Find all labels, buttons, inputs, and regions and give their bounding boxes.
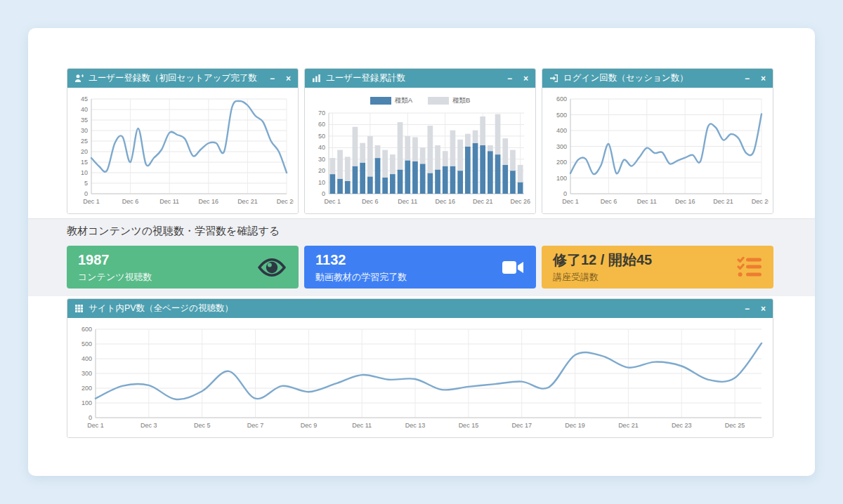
stat-value: 修了12 / 開始45	[553, 251, 762, 269]
svg-text:300: 300	[556, 143, 567, 150]
panel-title: ユーザー登録累計数	[326, 72, 496, 84]
svg-text:Dec 16: Dec 16	[675, 198, 695, 205]
svg-text:600: 600	[81, 326, 92, 333]
svg-text:400: 400	[556, 127, 567, 134]
svg-text:Dec 1: Dec 1	[562, 198, 579, 205]
logins-line-chart[interactable]: 0100200300400500600Dec 1Dec 6Dec 11Dec 1…	[548, 93, 769, 208]
svg-text:Dec 26: Dec 26	[510, 198, 530, 205]
svg-text:Dec 16: Dec 16	[435, 198, 455, 205]
svg-text:10: 10	[318, 179, 325, 186]
svg-text:30: 30	[318, 156, 325, 163]
svg-text:0: 0	[84, 190, 88, 197]
close-button[interactable]: ×	[761, 305, 766, 313]
cumulative-bar-chart[interactable]: 010203040506070Dec 1Dec 6Dec 11Dec 16Dec…	[311, 107, 531, 208]
svg-text:100: 100	[81, 399, 92, 406]
legend-label: 種類B	[452, 96, 470, 105]
user-plus-icon	[74, 74, 84, 83]
grid-icon	[74, 304, 84, 313]
dashboard-card: ユーザー登録数（初回セットアップ完了数） − × 051015202530354…	[28, 28, 815, 476]
stat-label: 動画教材の学習完了数	[315, 271, 525, 284]
svg-text:Dec 1: Dec 1	[325, 198, 341, 205]
svg-text:70: 70	[318, 110, 325, 117]
svg-text:20: 20	[81, 148, 88, 155]
close-button[interactable]: ×	[523, 74, 528, 83]
svg-text:40: 40	[318, 144, 325, 151]
bar-chart-icon	[312, 74, 321, 83]
panel-header[interactable]: サイト内PV数（全ページの視聴数） − ×	[67, 299, 773, 318]
svg-text:0: 0	[563, 190, 567, 197]
panel-site-pv: サイト内PV数（全ページの視聴数） − × 010020030040050060…	[67, 298, 773, 438]
legend-swatch-a	[370, 97, 391, 105]
panel-user-registrations: ユーザー登録数（初回セットアップ完了数） − × 051015202530354…	[67, 68, 299, 214]
svg-text:400: 400	[81, 355, 92, 362]
svg-text:15: 15	[81, 159, 88, 166]
chart-legend: 種類A 種類B	[311, 93, 530, 107]
stat-card-course-enrollment: 修了12 / 開始45 講座受講数	[542, 246, 773, 289]
svg-text:Dec 9: Dec 9	[301, 422, 318, 429]
legend-item-series-a[interactable]: 種類A	[370, 96, 412, 105]
svg-text:Dec 21: Dec 21	[237, 198, 258, 205]
registrations-line-chart[interactable]: 051015202530354045Dec 1Dec 6Dec 11Dec 16…	[73, 93, 294, 208]
sign-in-icon	[549, 74, 558, 83]
svg-text:Dec 21: Dec 21	[713, 198, 733, 205]
minimize-button[interactable]: −	[745, 305, 750, 313]
close-button[interactable]: ×	[761, 74, 766, 83]
panel-title: ユーザー登録数（初回セットアップ完了数）	[89, 72, 259, 84]
svg-text:Dec 21: Dec 21	[618, 422, 639, 429]
minimize-button[interactable]: −	[270, 74, 275, 83]
svg-text:Dec 25: Dec 25	[725, 422, 745, 429]
panel-body: 0100200300400500600Dec 1Dec 6Dec 11Dec 1…	[542, 88, 773, 213]
svg-text:Dec 5: Dec 5	[194, 422, 211, 429]
panel-body: 051015202530354045Dec 1Dec 6Dec 11Dec 16…	[67, 88, 298, 213]
svg-text:200: 200	[556, 159, 567, 166]
legend-label: 種類A	[395, 96, 412, 105]
svg-text:200: 200	[81, 385, 92, 392]
section-heading: 教材コンテンツの視聴数・学習数を確認する	[67, 225, 280, 238]
legend-swatch-b	[428, 97, 449, 105]
svg-text:0: 0	[89, 414, 92, 421]
checklist-icon	[737, 256, 762, 278]
svg-text:Dec 11: Dec 11	[637, 198, 657, 205]
svg-text:30: 30	[81, 127, 88, 134]
svg-text:Dec 7: Dec 7	[247, 422, 264, 429]
svg-text:Dec 1: Dec 1	[83, 198, 100, 205]
panel-title: サイト内PV数（全ページの視聴数）	[89, 303, 733, 314]
minimize-button[interactable]: −	[507, 74, 512, 83]
svg-text:Dec 6: Dec 6	[601, 198, 617, 205]
svg-text:25: 25	[81, 138, 88, 145]
svg-text:20: 20	[318, 167, 325, 174]
panel-login-sessions: ログイン回数（セッション数） − × 0100200300400500600De…	[542, 68, 773, 214]
close-button[interactable]: ×	[286, 74, 291, 83]
panel-header[interactable]: ユーザー登録累計数 − ×	[305, 69, 535, 88]
panel-user-registrations-cumulative: ユーザー登録累計数 − × 種類A 種類B 010203040506070Dec…	[304, 68, 536, 214]
video-camera-icon	[502, 259, 525, 276]
svg-text:35: 35	[81, 117, 88, 124]
svg-text:Dec 6: Dec 6	[362, 198, 379, 205]
panel-body: 0100200300400500600Dec 1Dec 3Dec 5Dec 7D…	[67, 318, 773, 437]
svg-text:500: 500	[556, 112, 567, 119]
legend-item-series-b[interactable]: 種類B	[428, 96, 470, 105]
svg-text:Dec 16: Dec 16	[199, 198, 219, 205]
svg-text:Dec 26: Dec 26	[277, 198, 294, 205]
panel-header[interactable]: ログイン回数（セッション数） − ×	[542, 69, 773, 88]
svg-text:600: 600	[556, 95, 567, 102]
svg-text:45: 45	[81, 95, 88, 102]
stat-cards-row: 1987 コンテンツ視聴数 1132 動画教材の学習完了数 修了12 / 開始4…	[67, 246, 773, 289]
eye-icon	[256, 257, 287, 278]
svg-text:Dec 13: Dec 13	[405, 422, 426, 429]
svg-text:Dec 11: Dec 11	[398, 198, 417, 205]
panel-header[interactable]: ユーザー登録数（初回セットアップ完了数） − ×	[67, 69, 298, 88]
svg-text:50: 50	[318, 133, 325, 140]
svg-text:500: 500	[81, 340, 92, 347]
svg-text:Dec 21: Dec 21	[473, 198, 493, 205]
stat-card-content-views: 1987 コンテンツ視聴数	[67, 246, 299, 289]
svg-text:10: 10	[81, 169, 88, 176]
minimize-button[interactable]: −	[745, 74, 750, 83]
svg-text:Dec 11: Dec 11	[159, 198, 179, 205]
site-pv-line-chart[interactable]: 0100200300400500600Dec 1Dec 3Dec 5Dec 7D…	[73, 324, 769, 432]
svg-text:Dec 6: Dec 6	[122, 198, 139, 205]
svg-text:Dec 3: Dec 3	[140, 422, 157, 429]
svg-text:Dec 17: Dec 17	[511, 422, 532, 429]
svg-text:Dec 19: Dec 19	[565, 422, 585, 429]
content-section-band: 教材コンテンツの視聴数・学習数を確認する 1987 コンテンツ視聴数 1132 …	[28, 218, 815, 296]
